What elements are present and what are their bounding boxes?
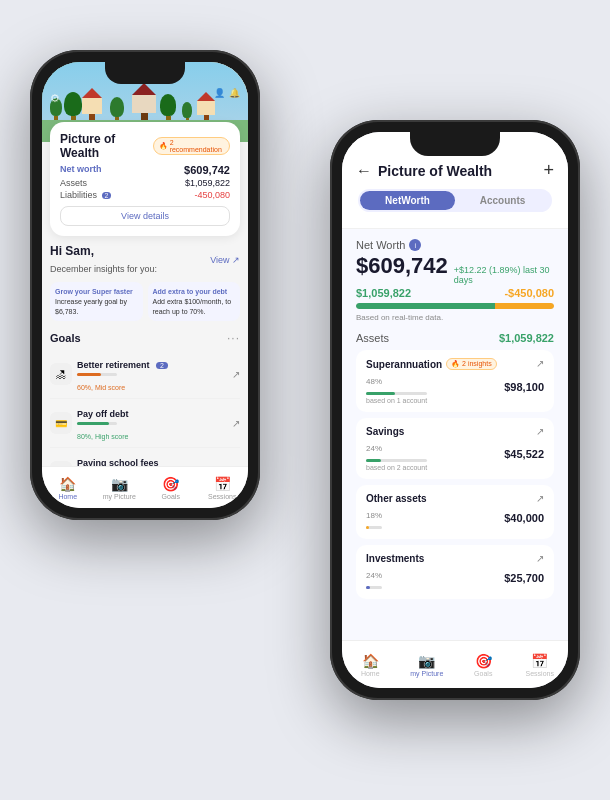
invest-progress — [366, 586, 382, 589]
pow-card-header: Picture of Wealth 🔥 2 recommendation — [60, 132, 230, 160]
assets-value: $1,059,822 — [185, 178, 230, 188]
net-worth-value-row: $609,742 +$12.22 (1.89%) last 30 days — [356, 253, 554, 285]
goal-info-2: Pay off debt 80%, High score — [77, 403, 129, 443]
gear-icon[interactable]: ⚙ — [50, 88, 60, 106]
net-worth-label-row: Net Worth i — [356, 239, 554, 251]
left-notch — [105, 62, 185, 84]
asset-investments[interactable]: Investments ↗ 24% $25,700 — [356, 545, 554, 599]
asset-other-left: 18% — [366, 504, 382, 531]
liabilities-label: Liabilities 2 — [60, 190, 111, 200]
goal-name-1: Better retirement — [77, 360, 150, 370]
nav-sessions[interactable]: 📅 Sessions — [197, 476, 249, 500]
recommendation-badge: 🔥 2 recommendation — [153, 137, 230, 155]
sessions-label: Sessions — [208, 493, 236, 500]
goals-menu[interactable]: ··· — [227, 331, 240, 345]
real-time-label: Based on real-time data. — [356, 313, 554, 322]
insight-card-1[interactable]: Grow your Super faster Increase yearly g… — [50, 282, 143, 321]
greeting: Hi Sam, — [50, 244, 157, 258]
assets-section-header: Assets $1,059,822 — [356, 332, 554, 344]
home-label: Home — [58, 493, 77, 500]
assets-bar-value: $1,059,822 — [356, 287, 411, 299]
pow-title: Picture of Wealth — [60, 132, 153, 160]
right-goals-icon: 🎯 — [475, 653, 492, 669]
fire-icon-2: 🔥 — [451, 360, 460, 367]
nav-picture[interactable]: 📷 my Picture — [94, 476, 146, 500]
insight1-title: Grow your Super faster — [55, 287, 138, 297]
insight-card-2[interactable]: Add extra to your debt Add extra $100/mo… — [148, 282, 241, 321]
super-progress-fill — [366, 392, 395, 395]
info-icon[interactable]: i — [409, 239, 421, 251]
goal-score-1: 60%, Mid score — [77, 384, 125, 391]
right-sessions-label: Sessions — [526, 670, 554, 677]
right-nav-picture[interactable]: 📷 my Picture — [399, 653, 456, 677]
right-nav-home[interactable]: 🏠 Home — [342, 653, 399, 677]
page-title: Picture of Wealth — [378, 163, 492, 179]
nav-goals[interactable]: 🎯 Goals — [145, 476, 197, 500]
savings-progress — [366, 459, 427, 462]
goal-arrow-2: ↗ — [232, 418, 240, 429]
net-worth-value: $609,742 — [184, 164, 230, 176]
right-header-row: ← Picture of Wealth + — [356, 160, 554, 181]
left-phone: ⚙ 👤 🔔 Picture of Wealth 🔥 2 recommendati… — [30, 50, 260, 520]
net-worth-row: Net worth $609,742 — [60, 164, 230, 176]
net-worth-label: Net Worth — [356, 239, 405, 251]
goals-title: Goals — [50, 332, 81, 344]
nav-home[interactable]: 🏠 Home — [42, 476, 94, 500]
status-icons: 👤 🔔 — [214, 88, 240, 98]
greeting-block: Hi Sam, December insights for you: — [50, 244, 157, 276]
asset-other[interactable]: Other assets ↗ 18% $40,000 — [356, 485, 554, 539]
goal-icon-2: 💳 — [50, 412, 72, 434]
back-button[interactable]: ← — [356, 162, 372, 180]
super-pct: 48% — [366, 377, 382, 386]
nw-range: $1,059,822 -$450,080 — [356, 287, 554, 299]
savings-progress-fill — [366, 459, 381, 462]
goal-progress-2 — [77, 422, 117, 425]
asset-super-bottom: 48% based on 1 account $98,100 — [366, 370, 544, 404]
super-insight-badge: 🔥 2 insights — [446, 358, 497, 370]
add-button[interactable]: + — [543, 160, 554, 181]
insight-cards: Grow your Super faster Increase yearly g… — [50, 282, 240, 321]
goal-item-1[interactable]: 🏖 Better retirement 2 60%, Mid score — [50, 350, 240, 399]
view-details-button[interactable]: View details — [60, 206, 230, 226]
goal-progress-fill-1 — [77, 373, 101, 376]
goals-label: Goals — [162, 493, 180, 500]
tab-accounts[interactable]: Accounts — [455, 191, 550, 210]
liabilities-badge: 2 — [102, 192, 112, 199]
other-progress-fill — [366, 526, 369, 529]
net-worth-label: Net worth — [60, 164, 102, 176]
liabilities-value: -450,080 — [194, 190, 230, 200]
super-subtitle: based on 1 account — [366, 397, 427, 404]
asset-super-header: Superannuation 🔥 2 insights ↗ — [366, 358, 544, 370]
invest-pct: 24% — [366, 571, 382, 580]
goal-left-2: 💳 Pay off debt 80%, High score — [50, 403, 129, 443]
back-title: ← Picture of Wealth — [356, 162, 492, 180]
super-progress — [366, 392, 427, 395]
invest-progress-fill — [366, 586, 370, 589]
bottom-nav-left: 🏠 Home 📷 my Picture 🎯 Goals 📅 Sessions — [42, 466, 248, 508]
asset-savings-bottom: 24% based on 2 account $45,522 — [366, 437, 544, 471]
goal-name-2: Pay off debt — [77, 409, 129, 419]
view-link[interactable]: View ↗ — [210, 255, 240, 265]
savings-arrow: ↗ — [536, 426, 544, 437]
net-worth-big: $609,742 — [356, 253, 448, 279]
right-home-icon: 🏠 — [362, 653, 379, 669]
super-arrow: ↗ — [536, 358, 544, 369]
right-nav-sessions[interactable]: 📅 Sessions — [512, 653, 569, 677]
asset-savings[interactable]: Savings ↗ 24% based on 2 account $45,522 — [356, 418, 554, 479]
home-icon: 🏠 — [59, 476, 76, 492]
tab-bar: NetWorth Accounts — [358, 189, 552, 212]
tab-networth[interactable]: NetWorth — [360, 191, 455, 210]
right-nav-goals[interactable]: 🎯 Goals — [455, 653, 512, 677]
liab-bar-fill — [495, 303, 554, 309]
insights-label: December insights for you: — [50, 264, 157, 274]
other-pct: 18% — [366, 511, 382, 520]
goal-badge-1: 2 — [156, 362, 168, 369]
goal-item-2[interactable]: 💳 Pay off debt 80%, High score ↗ — [50, 399, 240, 448]
asset-superannuation[interactable]: Superannuation 🔥 2 insights ↗ 48% — [356, 350, 554, 412]
goal-name-row-1: Better retirement 2 — [77, 354, 168, 372]
right-home-label: Home — [361, 670, 380, 677]
left-content: Hi Sam, December insights for you: View … — [42, 236, 248, 505]
assets-label: Assets — [60, 178, 87, 188]
net-worth-section: Net Worth i $609,742 +$12.22 (1.89%) las… — [356, 239, 554, 322]
assets-bar-fill — [356, 303, 495, 309]
